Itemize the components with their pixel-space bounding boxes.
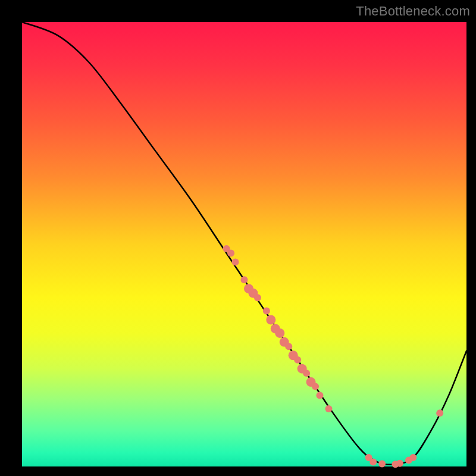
- data-marker: [316, 392, 323, 399]
- data-marker: [303, 369, 310, 377]
- data-marker: [263, 308, 270, 315]
- data-marker: [409, 454, 416, 461]
- plot-background: [22, 22, 466, 466]
- watermark-text: TheBottleneck.com: [356, 4, 470, 19]
- data-marker: [325, 405, 332, 412]
- data-marker: [275, 328, 284, 338]
- data-marker: [266, 315, 275, 324]
- chart-canvas: TheBottleneck.com: [0, 0, 476, 476]
- data-marker: [294, 356, 301, 364]
- data-marker: [232, 258, 239, 265]
- data-marker: [227, 249, 234, 256]
- data-marker: [378, 461, 386, 468]
- data-marker: [285, 343, 292, 350]
- data-marker: [369, 459, 377, 466]
- data-marker: [241, 276, 248, 283]
- data-marker: [254, 294, 261, 301]
- data-marker: [436, 409, 443, 416]
- data-marker: [396, 460, 403, 467]
- plot-svg: [0, 0, 476, 476]
- data-marker: [312, 383, 319, 390]
